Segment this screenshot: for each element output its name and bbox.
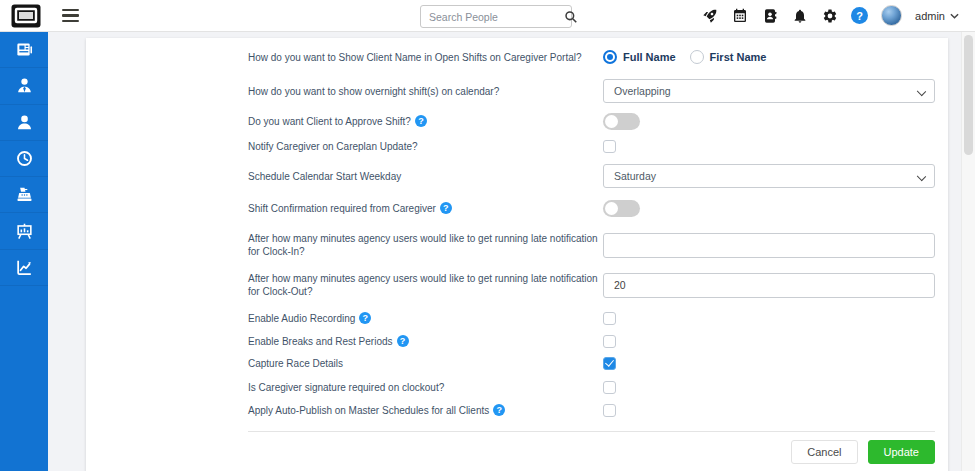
setting-label: Enable Breaks and Rest Periods (248, 335, 393, 348)
cancel-button[interactable]: Cancel (791, 440, 857, 464)
sidebar-item-caregivers[interactable] (0, 68, 48, 104)
auto-publish-checkbox[interactable] (603, 404, 616, 417)
update-button[interactable]: Update (868, 440, 935, 464)
footer-actions: Cancel Update (248, 440, 935, 464)
breaks-rest-checkbox[interactable] (603, 335, 616, 348)
sidebar-item-clients[interactable] (0, 105, 48, 141)
sidebar-item-training[interactable] (0, 213, 48, 249)
app-logo-icon[interactable] (10, 3, 42, 28)
user-menu[interactable]: admin (915, 10, 959, 22)
contacts-icon[interactable] (761, 7, 778, 24)
setting-row-client-name-display: How do you want to Show Client Name in O… (248, 47, 935, 67)
setting-label: After how many minutes agency users woul… (248, 232, 603, 258)
setting-label: After how many minutes agency users woul… (248, 272, 603, 298)
gear-icon[interactable] (821, 7, 838, 24)
person-tie-icon (15, 76, 34, 95)
clockout-late-input[interactable] (603, 273, 935, 298)
setting-label: Shift Confirmation required from Caregiv… (248, 202, 436, 215)
setting-label: Enable Audio Recording (248, 312, 355, 325)
setting-label: Apply Auto-Publish on Master Schedules f… (248, 404, 489, 417)
setting-label: Do you want Client to Approve Shift? (248, 115, 411, 128)
setting-row-capture-race: Capture Race Details (248, 355, 935, 371)
audio-recording-checkbox[interactable] (603, 312, 616, 325)
footer-divider (248, 431, 935, 432)
search-input[interactable] (421, 11, 564, 23)
calendar-icon[interactable] (731, 7, 748, 24)
scrollbar-thumb[interactable] (964, 35, 973, 155)
presentation-chart-icon (15, 222, 34, 241)
help-icon[interactable]: ? (851, 7, 868, 24)
newspaper-icon (15, 40, 34, 59)
radio-icon[interactable] (690, 50, 704, 64)
shift-confirmation-toggle[interactable] (603, 200, 640, 217)
setting-label: Capture Race Details (248, 357, 603, 370)
line-chart-icon (15, 258, 34, 277)
setting-row-client-approve-shift: Do you want Client to Approve Shift? (248, 112, 935, 130)
settings-card: How do you want to Show Client Name in O… (86, 38, 948, 471)
setting-row-clockout-late: After how many minutes agency users woul… (248, 271, 935, 299)
clockin-late-input[interactable] (603, 233, 935, 258)
client-name-radio-group: Full Name First Name (603, 50, 766, 64)
sidebar-item-reports[interactable] (0, 250, 48, 286)
left-sidebar (0, 32, 48, 471)
capture-race-checkbox[interactable] (603, 357, 616, 370)
radio-full-name[interactable]: Full Name (603, 50, 676, 64)
notify-careplan-checkbox[interactable] (603, 140, 616, 153)
signature-clockout-checkbox[interactable] (603, 381, 616, 394)
rocket-icon[interactable] (701, 7, 718, 24)
select-value: Saturday (614, 170, 656, 182)
chevron-down-icon (950, 13, 959, 19)
setting-row-audio-recording: Enable Audio Recording (248, 310, 935, 326)
search-box (420, 5, 572, 28)
main-content: How do you want to Show Client Name in O… (48, 32, 975, 471)
setting-label: Notify Caregiver on Careplan Update? (248, 140, 603, 153)
help-icon[interactable] (397, 335, 409, 347)
setting-row-breaks-rest: Enable Breaks and Rest Periods (248, 333, 935, 349)
help-icon[interactable] (359, 312, 371, 324)
avatar[interactable] (881, 5, 902, 26)
setting-row-signature-clockout: Is Caregiver signature required on clock… (248, 379, 935, 395)
setting-row-shift-confirmation: Shift Confirmation required from Caregiv… (248, 199, 935, 217)
help-icon[interactable] (440, 202, 452, 214)
search-icon[interactable] (564, 10, 578, 24)
bell-icon[interactable] (791, 7, 808, 24)
sidebar-item-schedule[interactable] (0, 141, 48, 177)
sidebar-item-newspaper[interactable] (0, 32, 48, 68)
client-approve-shift-toggle[interactable] (603, 113, 640, 130)
clock-icon (15, 149, 34, 168)
person-icon (15, 113, 34, 132)
setting-label: How do you want to Show Client Name in O… (248, 51, 603, 64)
sidebar-item-billing[interactable] (0, 177, 48, 213)
setting-label: Is Caregiver signature required on clock… (248, 381, 603, 394)
vertical-scrollbar[interactable] (961, 32, 975, 471)
start-weekday-select[interactable]: Saturday (603, 164, 935, 188)
hamburger-menu-icon[interactable] (62, 9, 79, 22)
setting-row-notify-careplan: Notify Caregiver on Careplan Update? (248, 138, 935, 154)
setting-label: Schedule Calendar Start Weekday (248, 170, 603, 183)
setting-row-overnight-shift: How do you want to show overnight shift(… (248, 79, 935, 103)
setting-label: How do you want to show overnight shift(… (248, 85, 603, 98)
overnight-shift-select[interactable]: Overlapping (603, 79, 935, 103)
help-icon[interactable] (493, 404, 505, 416)
radio-icon[interactable] (603, 50, 617, 64)
chevron-down-icon (917, 172, 926, 181)
chevron-down-icon (917, 87, 926, 96)
top-header: ? admin (0, 0, 975, 32)
setting-row-start-weekday: Schedule Calendar Start Weekday Saturday (248, 164, 935, 188)
setting-row-clockin-late: After how many minutes agency users woul… (248, 231, 935, 259)
setting-row-auto-publish: Apply Auto-Publish on Master Schedules f… (248, 402, 935, 418)
radio-first-name[interactable]: First Name (690, 50, 767, 64)
select-value: Overlapping (614, 85, 671, 97)
cash-register-icon (15, 185, 34, 204)
help-icon[interactable] (415, 115, 427, 127)
user-name-label: admin (915, 10, 945, 22)
